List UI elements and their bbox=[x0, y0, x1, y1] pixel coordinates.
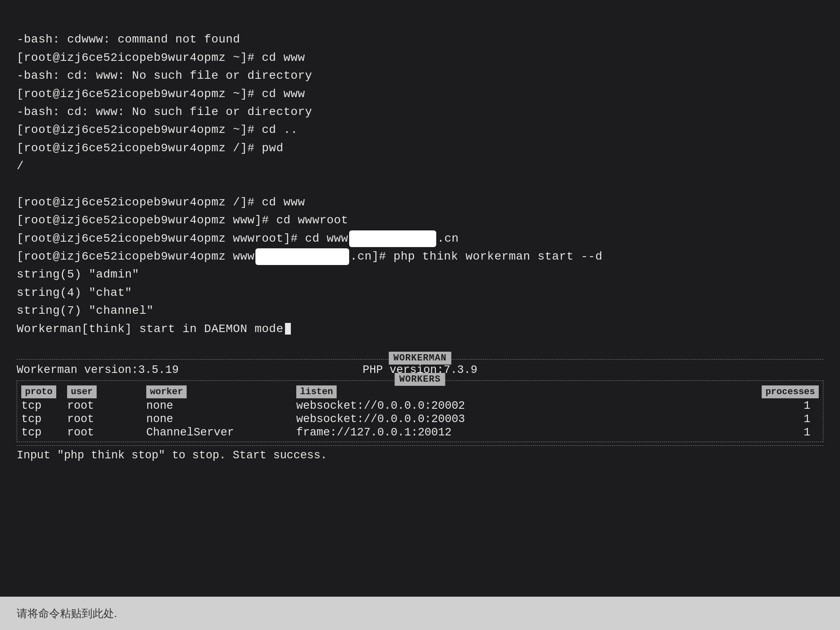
workerman-version: Workerman version:3.5.19 bbox=[17, 364, 362, 376]
terminal-screen: -bash: cdwww: command not found [root@iz… bbox=[0, 0, 840, 597]
th-worker: worker bbox=[146, 385, 296, 398]
table-row-1: tcp root none websocket://0.0.0.0:20002 … bbox=[17, 399, 823, 412]
line-10: [root@izj6ce52icopeb9wur4opmz www]# cd w… bbox=[17, 214, 348, 227]
terminal-wrapper: -bash: cdwww: command not found [root@iz… bbox=[0, 0, 840, 630]
line-9: [root@izj6ce52icopeb9wur4opmz /]# cd www bbox=[17, 196, 305, 209]
row3-proto: tcp bbox=[21, 426, 67, 439]
line-6: [root@izj6ce52icopeb9wur4opmz ~]# cd .. bbox=[17, 123, 298, 136]
th-proto: proto bbox=[21, 385, 67, 398]
th-listen: listen bbox=[296, 385, 521, 398]
string-line-2: string(4) "chat" bbox=[17, 286, 132, 299]
row1-proto: tcp bbox=[21, 400, 67, 412]
row2-user: root bbox=[67, 413, 146, 425]
row3-worker: ChannelServer bbox=[146, 426, 296, 439]
workers-badge-container: WORKERS bbox=[395, 374, 445, 385]
redacted-1 bbox=[349, 230, 436, 247]
table-row-2: tcp root none websocket://0.0.0.0:20003 … bbox=[17, 412, 823, 426]
workers-table: WORKERS proto user worker listen bbox=[17, 380, 823, 442]
redacted-2 bbox=[255, 248, 349, 265]
processes-badge: processes bbox=[762, 385, 819, 398]
proto-badge: proto bbox=[21, 385, 56, 398]
row3-processes: 1 bbox=[521, 426, 819, 439]
user-badge: user bbox=[67, 385, 97, 398]
workerman-badge-container: WORKERMAN bbox=[389, 353, 451, 363]
line-redacted-prefix: [root@izj6ce52icopeb9wur4opmz www bbox=[17, 250, 255, 263]
line-2: [root@izj6ce52icopeb9wur4opmz ~]# cd www bbox=[17, 51, 305, 64]
line-8: / bbox=[17, 160, 24, 172]
terminal-output: -bash: cdwww: command not found [root@iz… bbox=[17, 12, 823, 356]
row1-worker: none bbox=[146, 400, 296, 412]
line-blank bbox=[17, 178, 24, 191]
worker-badge: worker bbox=[146, 385, 187, 398]
workerman-section: Workerman version:3.5.19 WORKERMAN PHP v… bbox=[17, 359, 823, 462]
bottom-bar[interactable]: 请将命令粘贴到此处. bbox=[0, 597, 840, 630]
row1-user: root bbox=[67, 400, 146, 412]
line-3: -bash: cd: www: No such file or director… bbox=[17, 69, 312, 82]
workers-badge: WORKERS bbox=[395, 373, 445, 386]
line-11-suffix: .cn bbox=[437, 232, 459, 245]
row3-listen: frame://127.0.0.1:20012 bbox=[296, 426, 521, 439]
th-user: user bbox=[67, 385, 146, 398]
row2-listen: websocket://0.0.0.0:20003 bbox=[296, 413, 521, 425]
row2-proto: tcp bbox=[21, 413, 67, 425]
bottom-placeholder: 请将命令粘贴到此处. bbox=[17, 606, 117, 621]
daemon-line: Workerman[think] start in DAEMON mode bbox=[17, 322, 283, 335]
row1-processes: 1 bbox=[521, 400, 819, 412]
line-4: [root@izj6ce52icopeb9wur4opmz ~]# cd www bbox=[17, 88, 305, 100]
stop-message: Input "php think stop" to stop. Start su… bbox=[17, 445, 823, 462]
line-5: -bash: cd: www: No such file or director… bbox=[17, 105, 312, 118]
string-line-3: string(7) "channel" bbox=[17, 304, 154, 317]
string-line-1: string(5) "admin" bbox=[17, 268, 139, 281]
line-redacted-suffix: .cn]# php think workerman start --d bbox=[350, 250, 602, 263]
cursor bbox=[285, 323, 291, 335]
workerman-badge: WORKERMAN bbox=[389, 352, 451, 365]
row2-worker: none bbox=[146, 413, 296, 425]
th-processes: processes bbox=[521, 385, 819, 398]
line-1: -bash: cdwww: command not found bbox=[17, 33, 240, 46]
line-11-prefix: [root@izj6ce52icopeb9wur4opmz wwwroot]# … bbox=[17, 232, 348, 245]
line-7: [root@izj6ce52icopeb9wur4opmz /]# pwd bbox=[17, 142, 283, 155]
row3-user: root bbox=[67, 426, 146, 439]
listen-badge: listen bbox=[296, 385, 337, 398]
table-row-3: tcp root ChannelServer frame://127.0.0.1… bbox=[17, 426, 823, 439]
row2-processes: 1 bbox=[521, 413, 819, 425]
row1-listen: websocket://0.0.0.0:20002 bbox=[296, 400, 521, 412]
